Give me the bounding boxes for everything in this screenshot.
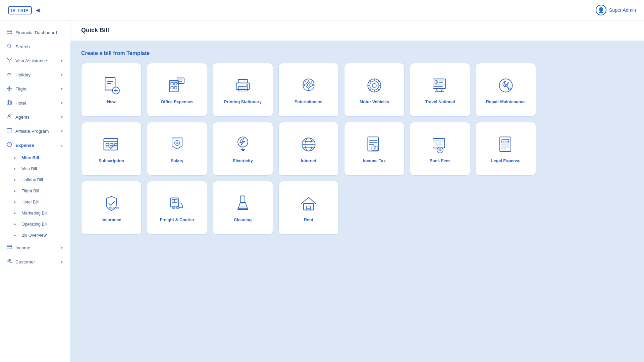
svg-line-55 (441, 88, 443, 92)
sidebar-item-marketing-bill[interactable]: ► Marketing Bill (0, 207, 70, 219)
svg-rect-0 (7, 30, 12, 34)
sidebar-item-visa-bill[interactable]: ► Visa Bill (0, 163, 70, 174)
user-profile[interactable]: 👤 Super Admin (596, 5, 636, 15)
sidebar-item-income[interactable]: Income ▼ (0, 241, 70, 255)
template-card-office-expenses[interactable]: Office Expenses (147, 63, 207, 117)
sidebar-item-financial-dashboard[interactable]: Financial Dashboard (0, 25, 70, 40)
logo[interactable]: IV TRIP ◄ (8, 6, 41, 14)
svg-text:INSURANCE: INSURANCE (109, 207, 120, 209)
svg-text:LEGAL: LEGAL (503, 140, 511, 142)
svg-rect-24 (171, 86, 173, 89)
content-area: Create a bill from Template (70, 41, 644, 244)
expense-submenu: ► Misc Bill ► Visa Bill ► Holiday Bill ►… (0, 152, 70, 241)
template-card-rent[interactable]: RENT Rent (278, 181, 339, 235)
svg-rect-93 (500, 137, 511, 152)
sidebar-item-label: Visa Assistance (15, 58, 47, 63)
motor-vehicles-label: Motor Vehicles (357, 100, 392, 104)
sidebar-item-misc-bill[interactable]: ► Misc Bill (0, 152, 70, 163)
subscription-label: Subscription (96, 159, 127, 163)
rent-icon: RENT (299, 193, 319, 214)
sidebar-item-hotel-bill[interactable]: ► Hotel Bill (0, 196, 70, 207)
flight-bill-label: Flight Bill (21, 188, 39, 193)
chevron-down-icon: ▼ (60, 87, 63, 91)
sub-chevron-icon: ► (13, 189, 17, 193)
sidebar-item-hotel[interactable]: Hotel ▼ (0, 96, 70, 110)
template-card-repair-maintenance[interactable]: Repair Maintenance (476, 63, 536, 117)
travel-national-label: Travel National (423, 100, 458, 104)
income-icon (7, 244, 12, 251)
sub-chevron-icon: ► (13, 211, 17, 215)
new-label: New (104, 100, 118, 104)
legal-expense-icon: LEGAL (496, 134, 516, 155)
sidebar-item-label: Affiliate Program (15, 129, 49, 134)
subscription-icon (101, 134, 121, 155)
template-card-cleaning[interactable]: Cleaning (213, 181, 273, 235)
template-card-freight-courier[interactable]: Freight & Courier (147, 181, 207, 235)
template-card-electricity[interactable]: Electricity (213, 122, 273, 176)
svg-point-34 (247, 84, 248, 86)
income-tax-label: Income Tax (360, 159, 388, 163)
sidebar-item-label: Financial Dashboard (15, 30, 57, 35)
sub-chevron-icon: ► (13, 200, 17, 204)
sidebar-item-operating-bill[interactable]: ► Operating Bill (0, 219, 70, 230)
template-card-bank-fees[interactable]: Bank Fees (410, 122, 470, 176)
sidebar-item-affiliate-program[interactable]: Affiliate Program ▼ (0, 124, 70, 138)
sidebar-item-search[interactable]: Search (0, 40, 70, 54)
template-card-motor-vehicles[interactable]: Motor Vehicles (344, 63, 405, 117)
svg-rect-61 (106, 143, 109, 145)
template-card-internet[interactable]: Internet (278, 122, 339, 176)
rent-label: Rent (301, 218, 316, 222)
template-grid-row1: New (81, 63, 551, 117)
repair-maintenance-label: Repair Maintenance (483, 100, 528, 104)
sub-chevron-icon: ► (13, 156, 17, 160)
svg-point-58 (508, 88, 511, 90)
bill-overview-label: Bill Overview (21, 233, 47, 238)
sidebar-item-holiday-bill[interactable]: ► Holiday Bill (0, 174, 70, 185)
electricity-label: Electricity (230, 159, 256, 163)
sidebar-item-label: Search (15, 44, 30, 49)
repair-maintenance-icon (496, 75, 516, 96)
template-card-entertainment[interactable]: Entertainment (278, 63, 339, 117)
svg-point-6 (8, 115, 10, 116)
sidebar-item-visa-assistance[interactable]: Visa Assistance ▼ (0, 54, 70, 68)
sidebar-item-label: Flight (15, 86, 26, 92)
chevron-down-icon: ▼ (60, 59, 63, 63)
freight-courier-label: Freight & Courier (157, 218, 197, 222)
svg-point-14 (8, 259, 9, 261)
svg-rect-5 (7, 101, 11, 104)
search-icon (7, 43, 12, 50)
flight-icon (7, 85, 12, 92)
sidebar-item-bill-overview[interactable]: ► Bill Overview (0, 230, 70, 241)
template-card-insurance[interactable]: INSURANCE Insurance (81, 181, 142, 235)
expense-label: Expense (15, 143, 34, 148)
sidebar-expense-group[interactable]: Expense ▲ (0, 138, 70, 152)
salary-label: Salary (168, 159, 186, 163)
sidebar-item-flight[interactable]: Flight ▼ (0, 82, 70, 96)
svg-rect-31 (238, 86, 248, 91)
sidebar-item-holiday[interactable]: Holiday ▼ (0, 68, 70, 82)
template-card-legal-expense[interactable]: LEGAL Legal Expense (476, 122, 536, 176)
template-card-new[interactable]: New (81, 63, 142, 117)
wallet-icon (7, 29, 12, 36)
sidebar-item-flight-bill[interactable]: ► Flight Bill (0, 185, 70, 196)
template-card-subscription[interactable]: Subscription (81, 122, 142, 176)
svg-rect-25 (174, 86, 177, 89)
entertainment-icon (299, 75, 319, 96)
template-card-income-tax[interactable]: Income Tax (344, 122, 405, 176)
travel-national-icon (430, 75, 450, 96)
chevron-up-icon: ▲ (60, 143, 63, 147)
template-card-printing-stationary[interactable]: Printing Stationary (213, 63, 273, 117)
svg-point-37 (370, 81, 379, 90)
template-card-salary[interactable]: Salary (147, 122, 207, 176)
page-title-bar: Quick Bill (70, 20, 644, 41)
visa-bill-label: Visa Bill (21, 166, 37, 171)
svg-line-3 (10, 47, 11, 48)
sub-chevron-icon: ► (13, 233, 17, 237)
holiday-bill-label: Holiday Bill (21, 177, 43, 182)
sidebar-item-customer[interactable]: Customer ▼ (0, 255, 70, 269)
sidebar-item-label: Agents (15, 115, 30, 120)
template-card-travel-national[interactable]: Travel National (410, 63, 470, 117)
cleaning-icon (233, 193, 253, 214)
customer-icon (7, 258, 12, 265)
sidebar-item-agents[interactable]: Agents ▼ (0, 110, 70, 124)
